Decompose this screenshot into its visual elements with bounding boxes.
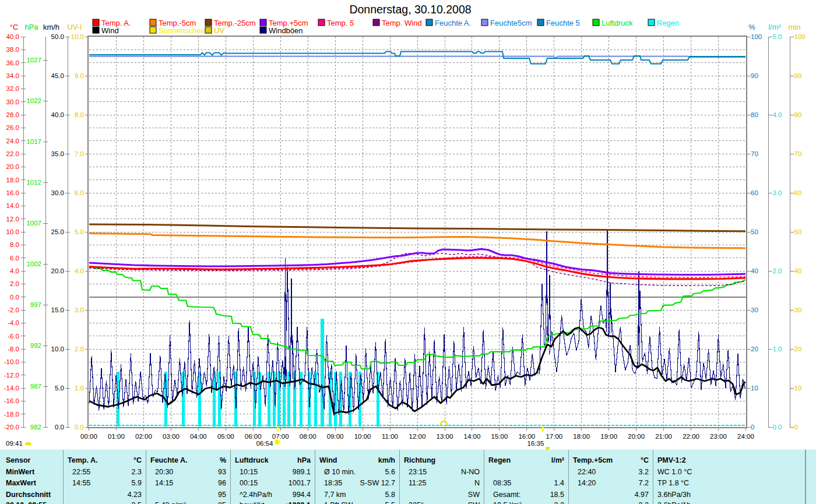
svg-text:-2.0: -2.0	[8, 306, 19, 313]
svg-text:14:00: 14:00	[464, 433, 481, 440]
svg-text:25.0: 25.0	[51, 228, 64, 235]
svg-text:36.0: 36.0	[6, 59, 19, 66]
svg-text:7.2: 7.2	[639, 479, 649, 487]
svg-text:15:00: 15:00	[491, 433, 508, 440]
svg-text:30: 30	[794, 306, 802, 313]
svg-text:8.0: 8.0	[10, 241, 19, 248]
svg-text:2.0: 2.0	[75, 346, 84, 353]
svg-text:70: 70	[794, 150, 802, 157]
svg-text:10: 10	[794, 385, 802, 392]
svg-text:km/h: km/h	[378, 456, 395, 464]
svg-text:12.0: 12.0	[6, 216, 19, 223]
svg-text:10.0: 10.0	[6, 228, 19, 235]
svg-text:80: 80	[794, 111, 802, 118]
svg-text:-12.0: -12.0	[4, 372, 19, 379]
svg-text:5.6: 5.6	[385, 468, 395, 476]
svg-text:100: 100	[751, 33, 762, 40]
svg-text:1017: 1017	[26, 138, 41, 145]
svg-text:-10.0: -10.0	[4, 358, 19, 365]
svg-text:26.0: 26.0	[6, 124, 19, 131]
svg-text:1012: 1012	[26, 179, 41, 186]
svg-text:10.0: 10.0	[71, 33, 84, 40]
svg-text:N-NO: N-NO	[461, 468, 480, 476]
svg-text:-8.0: -8.0	[8, 346, 19, 353]
svg-text:997: 997	[30, 301, 41, 308]
svg-text:11:00: 11:00	[382, 433, 398, 440]
svg-text:2.2: 2.2	[554, 501, 564, 504]
svg-text:20: 20	[794, 346, 802, 353]
svg-text:-18.0: -18.0	[4, 411, 19, 418]
svg-text:Regen: Regen	[488, 456, 511, 464]
svg-text:7,7 km: 7,7 km	[324, 491, 346, 499]
svg-text:00:15: 00:15	[240, 479, 258, 487]
svg-text:11:25: 11:25	[409, 479, 426, 487]
svg-text:96: 96	[218, 479, 226, 487]
svg-text:16:35: 16:35	[527, 440, 544, 447]
svg-text:12:00: 12:00	[409, 433, 426, 440]
svg-text:1.4: 1.4	[554, 479, 564, 487]
svg-text:Wind: Wind	[101, 26, 119, 35]
svg-text:02:00: 02:00	[135, 433, 152, 440]
svg-text:22:00: 22:00	[683, 433, 699, 440]
svg-text:987: 987	[30, 383, 41, 390]
svg-text:Feuchte5cm: Feuchte5cm	[490, 19, 532, 27]
svg-text:04:00: 04:00	[190, 433, 207, 440]
svg-text:90: 90	[794, 72, 802, 79]
svg-text:40: 40	[751, 267, 758, 274]
svg-text:Feuchte A.: Feuchte A.	[150, 456, 187, 464]
svg-text:18:35: 18:35	[324, 479, 342, 487]
svg-text:1.0: 1.0	[75, 385, 84, 392]
svg-text:18:00: 18:00	[573, 433, 590, 440]
svg-text:4.23: 4.23	[128, 491, 142, 499]
svg-text:05:00: 05:00	[217, 433, 234, 440]
svg-text:1001.7: 1001.7	[289, 479, 311, 487]
svg-text:989.1: 989.1	[293, 468, 311, 476]
svg-text:Regen: Regen	[657, 19, 679, 27]
svg-text:22:55: 22:55	[72, 468, 90, 476]
svg-text:16.0: 16.0	[6, 189, 19, 196]
svg-text:06:00: 06:00	[245, 433, 262, 440]
svg-text:°C: °C	[133, 456, 142, 464]
svg-text:60: 60	[751, 189, 758, 196]
svg-text:20:00: 20:00	[628, 433, 645, 440]
svg-text:-20.0: -20.0	[4, 424, 19, 431]
svg-text:21:00: 21:00	[655, 433, 672, 440]
svg-text:7.0: 7.0	[75, 150, 84, 157]
svg-text:1027: 1027	[26, 57, 41, 64]
svg-text:-16.0: -16.0	[4, 397, 19, 404]
svg-text:45.0: 45.0	[51, 72, 64, 79]
svg-text:Luftdruck: Luftdruck	[602, 19, 633, 27]
svg-text:Temp. Wind: Temp. Wind	[382, 19, 422, 27]
svg-text:Durchschnitt: Durchschnitt	[6, 491, 51, 499]
svg-text:3.5: 3.5	[132, 501, 142, 504]
svg-text:min: min	[789, 23, 801, 31]
svg-text:SW: SW	[468, 491, 480, 499]
svg-text:50: 50	[751, 228, 758, 235]
svg-text:14:55: 14:55	[72, 479, 90, 487]
svg-text:%: %	[748, 23, 755, 31]
svg-text:Feuchte A.: Feuchte A.	[435, 19, 471, 27]
svg-text:Temp. 5: Temp. 5	[327, 19, 354, 27]
svg-text:22.0: 22.0	[6, 150, 19, 157]
svg-text:8.0: 8.0	[75, 111, 84, 118]
svg-text:Sensor: Sensor	[6, 456, 31, 464]
svg-text:°C: °C	[10, 23, 19, 31]
svg-text:4.0: 4.0	[75, 267, 84, 274]
svg-text:2.6hPa/1h: 2.6hPa/1h	[657, 501, 691, 504]
svg-text:WC 1.0 °C: WC 1.0 °C	[657, 468, 692, 476]
svg-text:85: 85	[218, 501, 226, 504]
svg-text:2.3: 2.3	[132, 468, 142, 476]
svg-text:9.0: 9.0	[75, 72, 84, 79]
svg-text:hPa: hPa	[297, 456, 311, 464]
svg-text:982: 982	[30, 424, 41, 431]
svg-text:bewölkt: bewölkt	[240, 501, 265, 504]
svg-text:1002: 1002	[26, 260, 41, 267]
svg-text:S-SW 12.7: S-SW 12.7	[360, 479, 395, 487]
svg-text:10,5 l/m²: 10,5 l/m²	[493, 501, 522, 504]
svg-text:Luftdruck: Luftdruck	[235, 456, 269, 464]
svg-text:UV-I: UV-I	[67, 23, 82, 31]
svg-text:6.0: 6.0	[10, 255, 19, 262]
svg-text:23:15: 23:15	[409, 468, 427, 476]
svg-text:40.0: 40.0	[6, 33, 19, 40]
svg-text:20.0: 20.0	[6, 163, 19, 170]
